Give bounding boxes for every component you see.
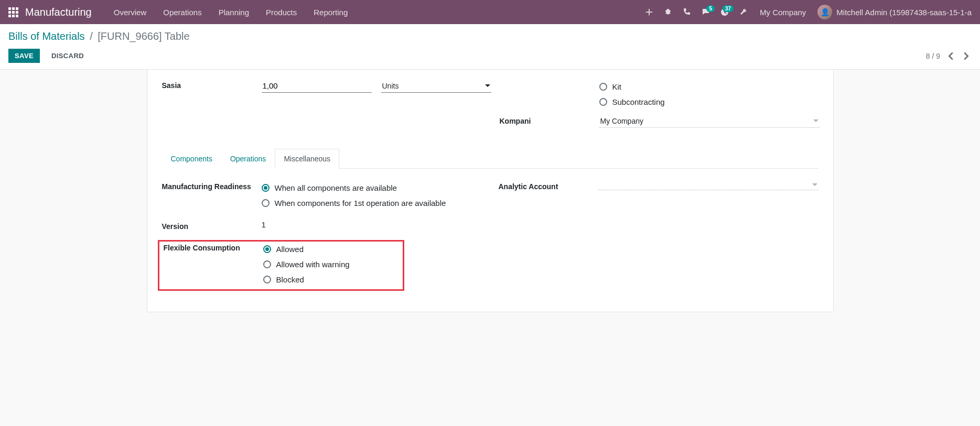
menu-reporting[interactable]: Reporting [306, 0, 355, 24]
pager-text: 8 / 9 [926, 52, 940, 60]
flex-blocked-label: Blocked [276, 275, 304, 284]
apps-launcher-icon[interactable] [4, 3, 22, 21]
activities-icon[interactable]: 37 [716, 3, 734, 21]
activities-badge: 37 [723, 5, 734, 12]
tools-icon[interactable] [735, 3, 752, 21]
menu-products[interactable]: Products [259, 0, 304, 24]
bug-icon[interactable] [659, 3, 677, 21]
label-sasia: Sasia [162, 79, 262, 90]
main-menu: Overview Operations Planning Products Re… [106, 0, 356, 24]
radio-selected-icon [263, 245, 271, 253]
radio-icon [263, 276, 271, 283]
pager: 8 / 9 [926, 50, 972, 62]
caret-down-icon [485, 83, 490, 89]
type-kit-option[interactable]: Kit [599, 79, 820, 94]
flex-warning-option[interactable]: Allowed with warning [263, 257, 401, 272]
form-sheet: Sasia Units Kit [147, 70, 834, 312]
company-value: My Company [600, 117, 643, 125]
pager-next-icon[interactable] [960, 50, 972, 62]
pager-prev-icon[interactable] [945, 50, 957, 62]
plus-icon[interactable] [640, 3, 658, 21]
phone-icon[interactable] [678, 3, 696, 21]
label-version: Version [162, 220, 262, 231]
company-select[interactable]: My Company [599, 115, 820, 128]
uom-select[interactable]: Units [381, 79, 491, 93]
label-kompani: Kompani [500, 115, 599, 125]
flex-blocked-option[interactable]: Blocked [263, 272, 401, 287]
analytic-account-select[interactable] [598, 180, 819, 190]
label-readiness: Manufacturing Readiness [162, 180, 262, 191]
readiness-all-option[interactable]: When all components are available [262, 180, 478, 195]
systray: 5 37 My Company 👤 Mitchell Admin (159874… [640, 3, 976, 21]
user-name: Mitchell Admin (15987438-saas-15-1-a [836, 8, 972, 17]
messages-icon[interactable]: 5 [697, 3, 715, 21]
control-panel: Bills of Materials / [FURN_9666] Table S… [0, 24, 980, 70]
version-value: 1 [262, 220, 478, 229]
quantity-input[interactable] [262, 79, 372, 93]
company-switcher[interactable]: My Company [753, 8, 812, 17]
menu-overview[interactable]: Overview [106, 0, 154, 24]
app-brand[interactable]: Manufacturing [25, 6, 92, 18]
breadcrumb-sep: / [90, 30, 93, 42]
highlight-flexible-consumption: Flexible Consumption Allowed Allowed wit… [158, 240, 404, 291]
notebook-tabs: Components Operations Miscellaneous [162, 149, 819, 169]
tab-components[interactable]: Components [162, 149, 221, 169]
type-subcontracting-option[interactable]: Subcontracting [599, 94, 820, 110]
caret-down-icon [812, 182, 817, 188]
avatar: 👤 [817, 5, 832, 19]
readiness-all-label: When all components are available [275, 183, 397, 192]
radio-icon [262, 199, 270, 207]
form-container: Sasia Units Kit [115, 70, 865, 333]
caret-down-icon [813, 118, 819, 124]
radio-icon [599, 98, 607, 106]
tab-miscellaneous[interactable]: Miscellaneous [275, 149, 339, 169]
breadcrumb: Bills of Materials / [FURN_9666] Table [8, 30, 972, 42]
messages-badge: 5 [706, 5, 715, 12]
readiness-first-label: When components for 1st operation are av… [275, 199, 446, 207]
flex-allowed-label: Allowed [276, 245, 304, 254]
radio-icon [263, 260, 271, 268]
radio-selected-icon [262, 184, 270, 192]
menu-operations[interactable]: Operations [156, 0, 209, 24]
flex-warning-label: Allowed with warning [276, 260, 350, 269]
readiness-first-option[interactable]: When components for 1st operation are av… [262, 195, 478, 211]
tab-pane-misc: Manufacturing Readiness When all compone… [162, 180, 819, 291]
radio-icon [599, 83, 607, 91]
save-button[interactable]: SAVE [8, 49, 40, 63]
type-sub-label: Subcontracting [612, 97, 665, 106]
uom-value: Units [382, 82, 399, 90]
tab-operations[interactable]: Operations [221, 149, 275, 169]
user-menu[interactable]: 👤 Mitchell Admin (15987438-saas-15-1-a [813, 5, 976, 19]
type-kit-label: Kit [612, 82, 622, 91]
breadcrumb-current: [FURN_9666] Table [98, 30, 189, 42]
flex-allowed-option[interactable]: Allowed [263, 242, 401, 257]
discard-button[interactable]: DISCARD [45, 49, 90, 63]
top-navbar: Manufacturing Overview Operations Planni… [0, 0, 980, 24]
label-flexible-consumption: Flexible Consumption [164, 242, 263, 252]
label-analytic-account: Analytic Account [499, 180, 598, 191]
breadcrumb-parent[interactable]: Bills of Materials [8, 30, 85, 42]
menu-planning[interactable]: Planning [211, 0, 256, 24]
